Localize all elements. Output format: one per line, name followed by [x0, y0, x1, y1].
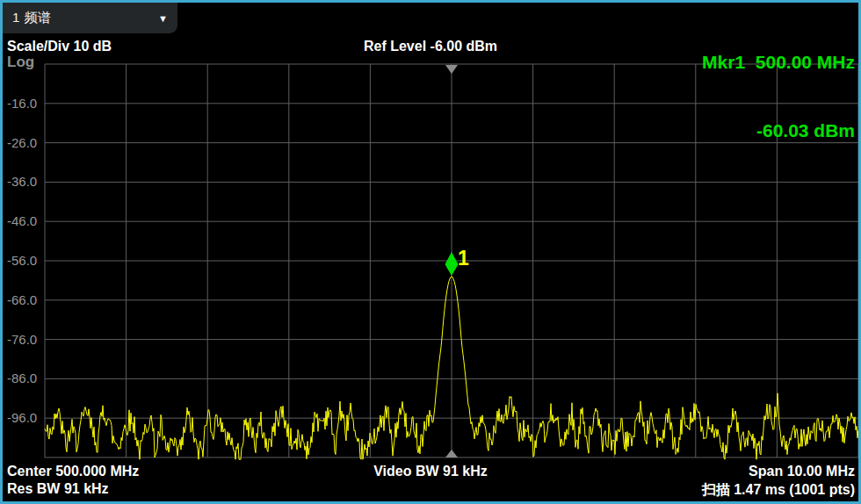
log-scale-label: Log [7, 54, 34, 71]
y-axis-tick: -56.0 [7, 253, 44, 269]
y-axis-tick: -26.0 [7, 135, 44, 151]
marker-frequency-readout: Mkr1 500.00 MHz [702, 51, 855, 74]
trace-selector-dropdown[interactable]: 1 频谱 ▼ [3, 3, 177, 33]
center-freq-indicator-top-icon [445, 65, 458, 74]
res-bw-label: Res BW 91 kHz [7, 481, 109, 497]
y-axis-tick: -46.0 [7, 213, 44, 229]
y-axis-tick: -16.0 [7, 96, 44, 112]
marker-amplitude-readout: -60.03 dBm [702, 119, 855, 142]
trace-selector-label: 1 频谱 [3, 10, 52, 26]
y-axis-tick: -86.0 [7, 371, 44, 386]
y-axis-tick: -76.0 [7, 332, 44, 348]
spectrum-analyzer-screen: 1 频谱 ▼ Mkr1 500.00 MHz -60.03 dBm Scale/… [0, 0, 861, 504]
video-bw-label: Video BW 91 kHz [0, 464, 861, 479]
chevron-down-icon: ▼ [158, 13, 168, 24]
y-axis-tick: -66.0 [7, 292, 44, 308]
marker-readout: Mkr1 500.00 MHz -60.03 dBm [702, 5, 855, 188]
y-axis-tick: -96.0 [7, 410, 44, 426]
marker-number-label: 1 [458, 247, 469, 270]
sweep-time-label: 扫描 1.47 ms (1001 pts) [702, 481, 855, 500]
marker-diamond-icon[interactable] [445, 252, 459, 276]
span-label: Span 10.00 MHz [749, 464, 855, 479]
center-freq-indicator-bottom-icon [445, 450, 458, 457]
y-axis-tick: -36.0 [7, 174, 44, 190]
